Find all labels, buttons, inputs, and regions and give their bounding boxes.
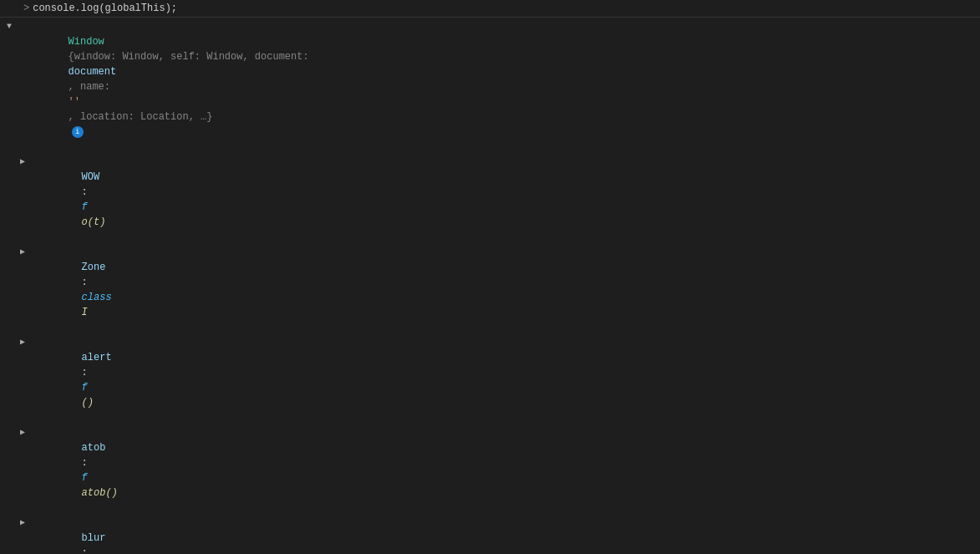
alert-arrow[interactable] xyxy=(20,335,32,350)
prop-alert: alert : f () xyxy=(13,335,980,425)
blur-content: blur : f blur() xyxy=(33,516,973,554)
window-root-content: Window {window: Window, self: Window, do… xyxy=(20,19,973,155)
prompt-command[interactable]: console.log(globalThis); xyxy=(33,3,177,14)
atob-func: atob() xyxy=(82,487,118,499)
atob-arrow[interactable] xyxy=(20,425,32,440)
alert-key: alert xyxy=(82,352,112,363)
wow-type: f xyxy=(82,201,94,213)
window-desc3: , location: Location, …} xyxy=(69,111,213,123)
window-name-val: '' xyxy=(69,96,80,108)
atob-type: f xyxy=(82,472,94,484)
alert-colon: : xyxy=(82,367,94,379)
zone-key: Zone xyxy=(82,262,106,273)
console-output: Window {window: Window, self: Window, do… xyxy=(0,18,980,554)
blur-key: blur xyxy=(82,532,106,544)
window-expand-arrow[interactable] xyxy=(7,19,18,34)
wow-content: WOW : f o(t) xyxy=(33,155,973,245)
console-container: > console.log(globalThis); Window {windo… xyxy=(0,0,980,554)
window-desc: {window: Window, self: Window, document: xyxy=(69,51,315,63)
alert-content: alert : f () xyxy=(33,335,973,425)
zone-arrow[interactable] xyxy=(20,245,32,260)
window-doc-link[interactable]: document xyxy=(69,66,117,78)
wow-func: o(t) xyxy=(82,216,106,228)
atob-colon: : xyxy=(82,457,94,469)
zone-content: Zone : class I xyxy=(33,245,973,335)
blur-arrow[interactable] xyxy=(20,516,32,531)
atob-content: atob : f atob() xyxy=(33,425,973,516)
atob-key: atob xyxy=(82,442,106,454)
wow-arrow[interactable] xyxy=(20,155,32,170)
prop-blur: blur : f blur() xyxy=(13,516,980,554)
prop-zone: Zone : class I xyxy=(13,245,980,335)
prop-wow: WOW : f o(t) xyxy=(13,155,980,245)
info-icon[interactable]: i xyxy=(72,126,84,138)
top-prompt-line: > console.log(globalThis); xyxy=(0,0,980,18)
prompt-symbol: > xyxy=(23,3,29,14)
zone-colon: : xyxy=(82,277,94,288)
prop-atob: atob : f atob() xyxy=(13,425,980,516)
alert-type: f xyxy=(82,382,94,394)
window-type: Window xyxy=(69,36,110,48)
wow-key: WOW xyxy=(82,171,100,183)
blur-colon: : xyxy=(82,547,94,554)
zone-class: class xyxy=(82,292,118,303)
alert-func: () xyxy=(82,397,94,409)
zone-name: I xyxy=(82,307,88,318)
wow-colon: : xyxy=(82,186,94,198)
window-desc2: , name: xyxy=(69,81,117,93)
window-root-line[interactable]: Window {window: Window, self: Window, do… xyxy=(0,19,980,155)
